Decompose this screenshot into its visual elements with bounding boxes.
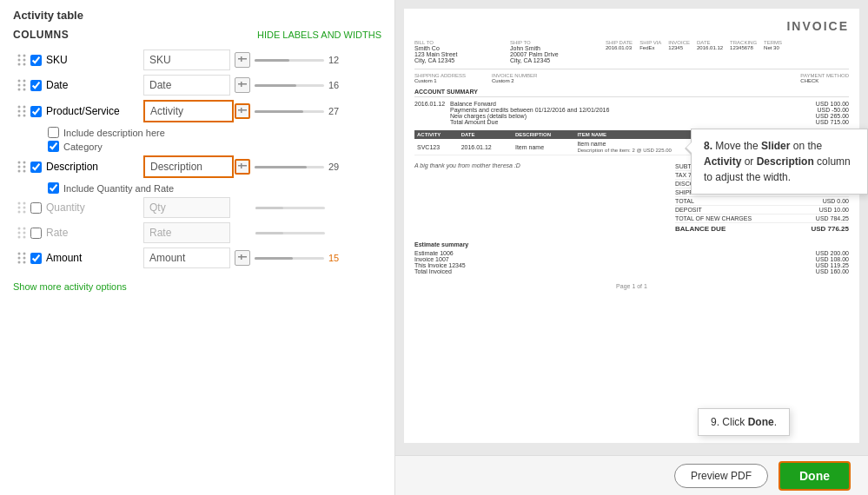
svg-point-41 <box>23 232 26 234</box>
svg-point-28 <box>18 170 21 173</box>
checkbox-quantity[interactable] <box>30 202 42 214</box>
slider-icon-amount[interactable] <box>235 250 250 266</box>
svg-point-44 <box>18 253 21 255</box>
svg-point-2 <box>18 59 21 62</box>
label-quantity: Quantity <box>46 201 85 214</box>
hide-labels-link[interactable]: HIDE LABELS AND WIDTHS <box>257 30 381 40</box>
svg-rect-7 <box>241 56 242 62</box>
svg-point-17 <box>23 106 26 109</box>
checkbox-sku[interactable] <box>30 55 42 66</box>
checkbox-include-qty-rate[interactable] <box>48 182 59 194</box>
checkbox-include-desc[interactable] <box>48 127 59 138</box>
slider-track-date[interactable] <box>255 84 324 87</box>
slider-track-quantity <box>255 207 325 209</box>
svg-rect-14 <box>238 83 247 85</box>
svg-point-20 <box>18 115 21 117</box>
invoice-title: INVOICE <box>786 19 849 33</box>
svg-point-37 <box>23 211 26 214</box>
bill-to-addr: 123 Main Street <box>414 51 501 57</box>
svg-point-38 <box>18 228 21 230</box>
svg-point-1 <box>23 55 26 57</box>
svg-point-48 <box>18 261 21 264</box>
svg-point-47 <box>23 257 26 260</box>
svg-point-49 <box>23 261 26 264</box>
terms-val: Net 30 <box>764 45 782 50</box>
show-more-link[interactable]: Show more activity options <box>13 281 127 292</box>
left-panel: Activity table COLUMNS HIDE LABELS AND W… <box>0 0 395 495</box>
slider-track-description[interactable] <box>255 166 324 168</box>
done-button[interactable]: Done <box>779 461 851 491</box>
drag-handle-sku[interactable] <box>13 54 30 66</box>
svg-rect-23 <box>241 108 242 113</box>
ship-to-addr: 20007 Palm Drive <box>510 51 597 57</box>
drag-handle-quantity[interactable] <box>13 201 30 214</box>
right-panel: INVOICE BILL TO Smith Co 123 Main Street… <box>395 0 868 495</box>
tooltip-bubble: 8. Move the Slider on the Activity or De… <box>691 129 868 195</box>
checkbox-amount[interactable] <box>30 253 42 264</box>
svg-point-34 <box>18 207 21 209</box>
bill-to-name: Smith Co <box>414 45 501 51</box>
ship-to-city: City, CA 12345 <box>510 57 597 63</box>
svg-point-43 <box>23 236 26 239</box>
checkbox-product[interactable] <box>30 106 42 117</box>
svg-point-19 <box>23 110 26 113</box>
row-date: Date 16 <box>13 75 381 96</box>
svg-point-39 <box>23 228 26 230</box>
drag-handle-description[interactable] <box>13 161 30 173</box>
svg-point-46 <box>18 257 21 260</box>
slider-icon-description[interactable] <box>235 159 250 175</box>
thank-you-text: A big thank you from mother theresa :D <box>414 162 520 168</box>
svg-rect-30 <box>238 165 247 167</box>
drag-handle-rate[interactable] <box>13 227 30 239</box>
svg-point-13 <box>23 89 26 91</box>
input-rate[interactable] <box>143 222 230 243</box>
checkbox-category[interactable] <box>48 141 59 152</box>
drag-handle-date[interactable] <box>13 79 30 91</box>
invoice-preview: INVOICE BILL TO Smith Co 123 Main Street… <box>404 9 859 443</box>
svg-point-33 <box>23 202 26 205</box>
row-quantity: Quantity <box>13 197 381 218</box>
step9-bubble: 9. Click Done. <box>698 408 790 436</box>
svg-point-25 <box>23 162 26 164</box>
slider-track-amount[interactable] <box>255 257 324 260</box>
svg-point-27 <box>23 166 26 168</box>
col-desc1: DESCRIPTION <box>513 130 574 139</box>
svg-point-29 <box>23 170 26 173</box>
row-amount: Amount 15 <box>13 248 381 268</box>
activity-table-title: Activity table <box>13 9 381 22</box>
drag-handle-amount[interactable] <box>13 252 30 264</box>
svg-point-40 <box>18 232 21 234</box>
tooltip-step: 8. Move the Slider on the Activity or De… <box>704 140 851 183</box>
input-description[interactable] <box>145 157 232 176</box>
input-quantity[interactable] <box>143 197 230 218</box>
sub-options-description: Include Quantity and Rate <box>48 182 381 194</box>
slider-value-product: 27 <box>328 106 344 116</box>
slider-value-description: 29 <box>328 162 344 172</box>
svg-point-3 <box>23 59 26 62</box>
svg-point-4 <box>18 63 21 66</box>
slider-track-sku[interactable] <box>255 59 324 62</box>
slider-icon-sku[interactable] <box>235 52 250 68</box>
slider-track-rate <box>255 232 325 234</box>
input-sku[interactable] <box>143 50 230 70</box>
label-include-desc: Include description here <box>63 128 165 138</box>
col-date: DATE <box>459 130 513 139</box>
slider-icon-date[interactable] <box>235 77 250 93</box>
checkbox-description[interactable] <box>30 162 42 173</box>
slider-icon-product[interactable] <box>235 103 250 119</box>
preview-pdf-button[interactable]: Preview PDF <box>674 464 768 488</box>
input-activity[interactable] <box>145 102 232 121</box>
slider-track-product[interactable] <box>255 110 324 113</box>
row-description: Description 29 <box>13 155 381 194</box>
drag-handle-product[interactable] <box>13 105 30 117</box>
checkbox-rate[interactable] <box>30 228 42 239</box>
svg-point-24 <box>18 162 21 164</box>
svg-point-8 <box>18 80 21 82</box>
invoice-num: 12345 <box>668 45 690 50</box>
ship-to-name: John Smith <box>510 45 597 51</box>
input-date[interactable] <box>143 75 230 96</box>
checkbox-date[interactable] <box>30 80 42 91</box>
label-include-qty-rate: Include Quantity and Rate <box>63 183 174 194</box>
input-amount[interactable] <box>143 248 230 268</box>
row-product-service: Product/Service 27 <box>13 100 381 152</box>
